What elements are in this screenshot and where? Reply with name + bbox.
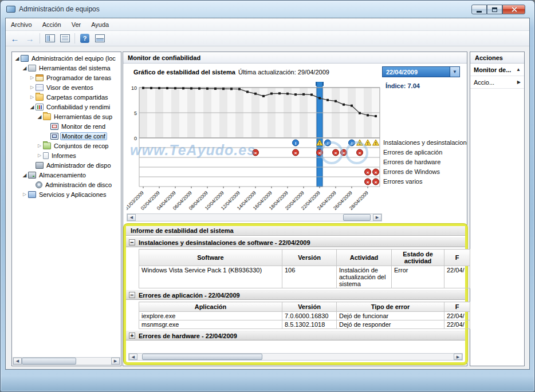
tree-item-herramientas-de-sup[interactable]: ◢Herramientas de sup — [13, 112, 120, 121]
collapsed-expander-icon[interactable]: ▷ — [29, 75, 36, 80]
scroll-right-button[interactable]: ▶ — [373, 214, 381, 221]
scrollbar-thumb[interactable] — [343, 214, 371, 221]
report-section-header[interactable]: −Errores de aplicación - 22/04/2009 — [126, 290, 465, 300]
date-selector[interactable]: 22/04/2009 ▼ — [382, 66, 460, 77]
close-button[interactable] — [502, 5, 525, 14]
tree-horizontal-scrollbar[interactable]: ◀ ▶ — [13, 357, 120, 365]
expanded-expander-icon[interactable]: ◢ — [36, 114, 43, 120]
collapse-section-icon[interactable]: − — [129, 239, 135, 246]
table-row[interactable]: msnmsgr.exe8.5.1302.1018Dejó de responde… — [139, 320, 470, 329]
column-header[interactable]: Tipo de error — [337, 302, 444, 312]
scroll-left-button[interactable]: ◀ — [129, 354, 137, 360]
expanded-expander-icon[interactable]: ◢ — [21, 65, 28, 71]
chart-horizontal-scrollbar[interactable]: ◀ ▶ — [127, 213, 382, 221]
scrollbar-track[interactable] — [22, 358, 111, 365]
tree-item-herramientas-del-sistema[interactable]: ◢Herramientas del sistema — [13, 63, 120, 73]
column-header[interactable]: Software — [139, 250, 282, 266]
error-icon: × — [341, 149, 347, 156]
chart-row-label-errores-de-aplicaci-n: Errores de aplicación — [383, 148, 467, 157]
back-arrow-icon: ← — [11, 34, 19, 43]
submenu-arrow-icon[interactable]: ▶ — [517, 80, 521, 85]
column-header[interactable]: Actividad — [337, 250, 392, 266]
error-icon: × — [333, 149, 339, 156]
tree-item-conjuntos-de-recop[interactable]: ▷Conjuntos de recop — [13, 141, 120, 151]
minimize-button[interactable] — [471, 5, 487, 14]
column-header[interactable]: Versión — [282, 302, 337, 312]
svg-text:!: ! — [319, 141, 321, 146]
table-cell: 8.5.1302.1018 — [282, 320, 337, 329]
collapsed-expander-icon[interactable]: ▷ — [21, 192, 28, 197]
scrollbar-track[interactable] — [136, 214, 373, 221]
collapsed-expander-icon[interactable]: ▷ — [36, 143, 43, 148]
column-header[interactable]: F — [444, 250, 470, 266]
tree-item-monitor-de-conf[interactable]: Monitor de conf — [13, 131, 120, 141]
system-icon — [28, 65, 36, 72]
collapsed-expander-icon[interactable]: ▷ — [29, 94, 36, 100]
scrollbar-thumb[interactable] — [142, 354, 262, 360]
error-icon: × — [317, 149, 323, 156]
scroll-right-button[interactable]: ▶ — [454, 354, 462, 360]
tree-item-label: Almacenamiento — [38, 172, 87, 179]
tree-item-label: Conjuntos de recop — [53, 142, 109, 149]
help-button[interactable]: ? — [78, 32, 92, 45]
error-icon: × — [253, 149, 259, 156]
svg-text:×: × — [367, 170, 369, 175]
tree-item-almacenamiento[interactable]: ◢Almacenamiento — [13, 170, 120, 180]
back-button[interactable]: ← — [8, 32, 22, 45]
scrollbar-track[interactable] — [137, 354, 454, 360]
scroll-right-button[interactable]: ▶ — [111, 358, 120, 365]
column-header[interactable]: Estado de actividad — [392, 250, 444, 266]
maximize-button[interactable] — [487, 5, 502, 14]
console-tree: ◢Administración del equipo (loc◢Herramie… — [13, 53, 120, 357]
tree-item-confiabilidad-y-rendimi[interactable]: ◢Confiabilidad y rendimi — [13, 102, 120, 112]
expanded-expander-icon[interactable]: ◢ — [29, 104, 36, 110]
action-pane-button[interactable] — [93, 32, 107, 45]
report-section-header[interactable]: +Errores de hardware - 22/04/2009 — [126, 331, 465, 340]
stability-chart[interactable]: 1050i!ii!!!××××××××××31/03/200902/04/200… — [127, 82, 382, 215]
expanded-expander-icon[interactable]: ◢ — [14, 56, 21, 61]
collapsed-expander-icon[interactable]: ▷ — [36, 153, 43, 158]
column-header[interactable]: Versión — [282, 250, 337, 266]
column-header[interactable]: F — [444, 302, 470, 312]
menu-ayuda[interactable]: Ayuda — [86, 19, 114, 30]
tree-item-monitor-de-rend[interactable]: Monitor de rend — [13, 121, 120, 131]
svg-text:!: ! — [359, 141, 361, 146]
forward-button[interactable]: → — [23, 32, 37, 45]
report-section-header[interactable]: −Instalaciones y desinstalaciones de sof… — [126, 237, 465, 247]
collapsed-expander-icon[interactable]: ▷ — [29, 85, 36, 90]
expanded-expander-icon[interactable]: ◢ — [21, 172, 28, 178]
scroll-left-button[interactable]: ◀ — [13, 358, 22, 365]
column-header[interactable]: Aplicación — [139, 302, 282, 312]
table-cell: msnmsgr.exe — [139, 320, 282, 329]
menubar: Archivo Acción Ver Ayuda — [6, 18, 529, 31]
menu-accion[interactable]: Acción — [37, 19, 66, 30]
tree-item-carpetas-compartidas[interactable]: ▷Carpetas compartidas — [13, 92, 120, 102]
chevron-down-icon[interactable]: ▼ — [450, 67, 459, 77]
tree-item-administraci-n-del-equipo-loc[interactable]: ◢Administración del equipo (loc — [13, 53, 120, 63]
svg-text:×: × — [359, 151, 361, 156]
tree-item-administraci-n-de-disco[interactable]: Administración de disco — [13, 180, 120, 189]
tree-item-label: Confiabilidad y rendimi — [45, 104, 111, 110]
tree-item-administrador-de-dispo[interactable]: Administrador de dispo — [13, 160, 120, 170]
tree-item-programador-de-tareas[interactable]: ▷Programador de tareas — [13, 73, 120, 82]
menu-archivo[interactable]: Archivo — [6, 19, 37, 30]
show-console-tree-button[interactable] — [43, 32, 57, 45]
tree-item-informes[interactable]: ▷Informes — [13, 151, 120, 160]
scroll-left-button[interactable]: ◀ — [127, 214, 136, 221]
action-item-accio[interactable]: Accio...▶ — [470, 76, 524, 89]
scrollbar-thumb[interactable] — [22, 358, 76, 365]
menu-ver[interactable]: Ver — [66, 19, 86, 30]
export-list-button[interactable] — [58, 32, 72, 45]
tree-item-servicios-y-aplicaciones[interactable]: ▷Servicios y Aplicaciones — [13, 189, 120, 199]
action-item-monitor-de[interactable]: Monitor de...▲ — [470, 64, 524, 76]
svg-text:×: × — [254, 151, 257, 156]
table-row[interactable]: iexplore.exe7.0.6000.16830Dejó de funcio… — [139, 312, 470, 320]
report-horizontal-scrollbar[interactable]: ◀ ▶ — [128, 353, 463, 361]
tree-item-visor-de-eventos[interactable]: ▷Visor de eventos — [13, 82, 120, 92]
collapse-section-icon[interactable]: − — [129, 292, 135, 298]
services-icon — [28, 191, 36, 198]
expand-section-icon[interactable]: + — [129, 332, 135, 339]
collapse-up-icon[interactable]: ▲ — [516, 67, 521, 72]
titlebar[interactable]: Administración de equipos — [1, 1, 534, 18]
table-row[interactable]: Windows Vista Service Pack 1 (KB936330)1… — [139, 266, 470, 288]
